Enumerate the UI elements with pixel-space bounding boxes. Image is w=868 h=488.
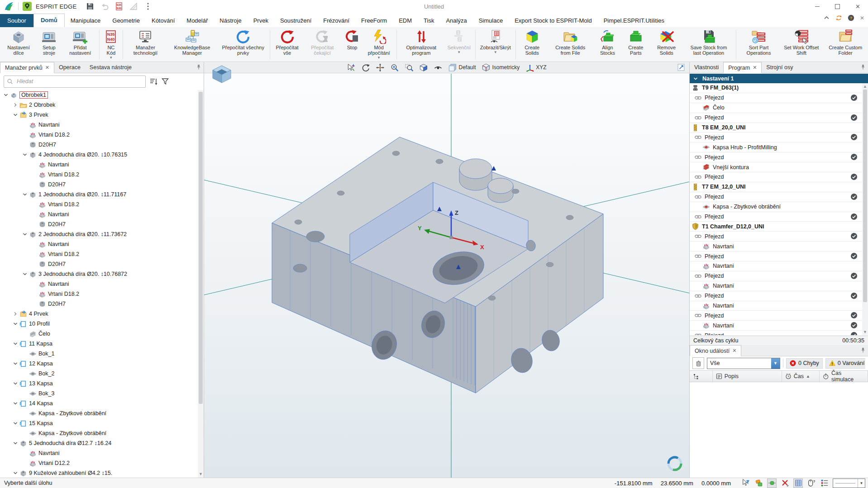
- operation-row[interactable]: Přejezd: [690, 212, 862, 222]
- tree-item[interactable]: 12 Kapsa: [0, 359, 198, 369]
- ribbon-button-remove-solids[interactable]: Remove Solids: [650, 27, 683, 62]
- event-column--as[interactable]: Čas▲: [782, 371, 820, 382]
- line-style-select[interactable]: ▼: [833, 479, 865, 488]
- tree-item[interactable]: Vrtani D18.2: [0, 289, 198, 299]
- chevron-down-icon[interactable]: [12, 381, 19, 386]
- menu-tab-dom-[interactable]: Domů: [33, 14, 65, 27]
- tree-item[interactable]: Bok_3: [0, 389, 198, 398]
- tab-sestava-n-stroje[interactable]: Sestava nástroje: [85, 62, 136, 73]
- tree-item[interactable]: Vrtani D18.2: [0, 249, 198, 259]
- viewport-tool-cursor[interactable]: [345, 63, 357, 72]
- selection-filter-icon[interactable]: [741, 479, 750, 488]
- tree-item[interactable]: 2 Jednoduchá díra Ø20. ↕11.73672: [0, 229, 198, 239]
- scroll-up-icon[interactable]: ▲: [862, 84, 868, 89]
- menu-tab-geometrie[interactable]: Geometrie: [106, 14, 146, 27]
- operation-row[interactable]: Vnejší kontura: [690, 162, 862, 172]
- operation-row[interactable]: Přejezd: [690, 113, 862, 123]
- operation-row[interactable]: Čelo: [690, 103, 862, 113]
- cad-viewport[interactable]: DefaultIsometrickyXYZ: [204, 62, 689, 478]
- sync-icon[interactable]: [835, 14, 842, 21]
- menu-tab-edm[interactable]: EDM: [393, 14, 418, 27]
- operation-row[interactable]: Přejezd: [690, 291, 862, 301]
- ribbon-button-sort-part-operations[interactable]: Sort Part Operations: [738, 27, 780, 62]
- operation-row[interactable]: Kapsa - Zbytkové obrábění: [690, 202, 862, 212]
- grid-toggle-icon[interactable]: [793, 479, 803, 488]
- ribbon-button-create-custom-folder[interactable]: Create Custom Folder: [823, 27, 868, 62]
- close-tab-icon[interactable]: ✕: [732, 348, 736, 354]
- clear-events-button[interactable]: [692, 357, 704, 369]
- program-setup-header[interactable]: Nastavení 1: [690, 74, 868, 83]
- tree-item[interactable]: 14 Kapsa: [0, 398, 198, 408]
- chevron-right-icon[interactable]: [12, 102, 19, 108]
- expand-viewport-icon[interactable]: [677, 64, 685, 71]
- tree-item[interactable]: 4 Jednoduchá díra Ø20. ↕10.76315: [0, 150, 198, 160]
- event-column-tree[interactable]: [690, 371, 713, 382]
- event-column-popis[interactable]: Popis: [713, 371, 782, 382]
- viewport-tool-default[interactable]: Default: [447, 63, 477, 72]
- tab-mana-er-prvk-[interactable]: Manažer prvků✕: [0, 62, 54, 73]
- menu-tab-prvek[interactable]: Prvek: [248, 14, 274, 27]
- more-options-icon[interactable]: [143, 2, 153, 11]
- event-count-error[interactable]: 0 Chyby: [786, 358, 823, 369]
- ribbon-button-p-epo-tat-v-echny-prvky[interactable]: Přepočítat všechny prvky: [218, 27, 268, 62]
- scroll-down-icon[interactable]: ▼: [862, 329, 868, 335]
- right-scrollbar[interactable]: ▲ ▼: [862, 83, 868, 335]
- tree-item[interactable]: Navrtani: [0, 120, 198, 130]
- tree-item[interactable]: D20H7: [0, 259, 198, 269]
- tree-item[interactable]: Kapsa - Zbytkové obrábění: [0, 428, 198, 438]
- pin-icon[interactable]: [860, 64, 866, 70]
- menu-tab-tisk[interactable]: Tisk: [418, 14, 440, 27]
- ribbon-button-create-solids[interactable]: Create Solids: [517, 27, 547, 62]
- ribbon-button-setup-stroje[interactable]: Setup stroje: [35, 27, 63, 62]
- work-plane-icon[interactable]: [754, 479, 763, 488]
- tree-item[interactable]: D20H7: [0, 219, 198, 229]
- close-tab-icon[interactable]: ✕: [45, 65, 49, 71]
- ribbon-button-save-stock-from-last-operation[interactable]: Save Stock from last Operation: [683, 27, 734, 62]
- ribbon-button-nc-k-d[interactable]: N35N40NC Kód▾: [100, 27, 121, 62]
- event-count-warn[interactable]: 0 Varování: [825, 358, 865, 369]
- operation-row[interactable]: T7 EM_12,0_UNI: [690, 182, 862, 192]
- operation-row[interactable]: Přejezd: [690, 232, 862, 242]
- viewport-tool-zoomwin[interactable]: [403, 63, 415, 72]
- tab-operace[interactable]: Operace: [54, 62, 85, 73]
- tree-item[interactable]: Navrtani: [0, 279, 198, 289]
- tree-item[interactable]: 10 Profil: [0, 319, 198, 329]
- tree-item[interactable]: Vrtani D18.2: [0, 170, 198, 180]
- delete-mode-icon[interactable]: [780, 479, 790, 488]
- ribbon-button-m-d-p-po-t-n-[interactable]: Mód přpočítání▾: [362, 27, 395, 62]
- chevron-down-icon[interactable]: [22, 232, 28, 237]
- operation-row[interactable]: Přejezd: [690, 311, 862, 321]
- tree-item[interactable]: D20H7: [0, 140, 198, 150]
- maximize-button[interactable]: [827, 0, 848, 13]
- save-icon[interactable]: [86, 2, 95, 11]
- chevron-down-icon[interactable]: [12, 421, 19, 426]
- tree-item[interactable]: Navrtani: [0, 448, 198, 458]
- left-scrollbar[interactable]: ▼: [198, 90, 204, 478]
- tree-item[interactable]: Obrobek1: [0, 90, 198, 100]
- menu-tab-n-stroje[interactable]: Nástroje: [214, 14, 247, 27]
- operation-row[interactable]: Navrtani: [690, 321, 862, 331]
- tree-item[interactable]: Navrtani: [0, 209, 198, 219]
- pin-icon[interactable]: [196, 64, 201, 70]
- operation-row[interactable]: Přejezd: [690, 152, 862, 162]
- viewport-tool-xyz[interactable]: XYZ: [524, 63, 548, 72]
- menu-tab-pimpel-esprit-utilities[interactable]: Pimpel.ESPRIT.Utilities: [598, 14, 670, 27]
- tree-item[interactable]: 5 Jednoduchá díra Ø12.7 ↕16.24: [0, 438, 198, 448]
- operation-row[interactable]: Navrtani: [690, 242, 862, 251]
- ribbon-button-create-parts[interactable]: Create Parts: [621, 27, 650, 62]
- operation-row[interactable]: Kapsa Hrub - ProfitMilling: [690, 142, 862, 152]
- operation-row[interactable]: Přejezd: [690, 271, 862, 281]
- operation-row[interactable]: Přejezd: [690, 172, 862, 182]
- menu-tab-soustru-en-[interactable]: Soustružení: [274, 14, 317, 27]
- operation-row[interactable]: Přejezd: [690, 331, 862, 335]
- tree-item[interactable]: D20H7: [0, 299, 198, 309]
- viewport-tool-eye[interactable]: [432, 63, 444, 72]
- chevron-down-icon[interactable]: [3, 92, 9, 98]
- tree-item[interactable]: Vrtani D18.2: [0, 199, 198, 209]
- tree-item[interactable]: Vrtani D12.2: [0, 458, 198, 468]
- undo-icon[interactable]: [100, 2, 109, 11]
- chevron-down-icon[interactable]: [12, 441, 19, 446]
- tree-item[interactable]: Bok_1: [0, 349, 198, 359]
- operation-row[interactable]: T1 Chamfer_D12,0_UNI: [690, 222, 862, 232]
- ribbon-button-set-work-offset-shift[interactable]: Set Work Offset Shift: [780, 27, 823, 62]
